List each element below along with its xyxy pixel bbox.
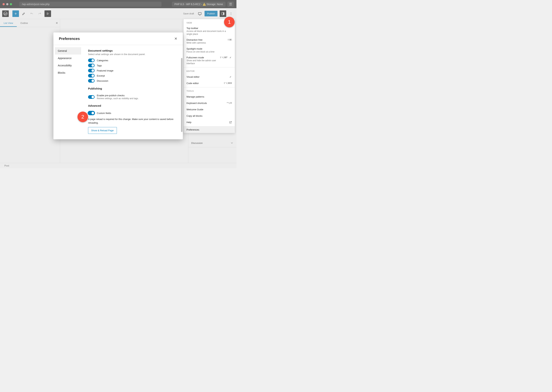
env-badge: PHP 8.3 - WP 6.5-RC2 - ⚠️ Storage: None [172,2,225,7]
svg-point-6 [231,14,231,15]
nav-general[interactable]: General [55,47,81,55]
menu-welcome-guide[interactable]: Welcome Guide [184,106,235,113]
window-minimize-icon[interactable] [6,3,8,5]
nav-appearance[interactable]: Appearance [55,55,81,62]
menu-distraction-free[interactable]: Distraction free Write with calmness ⇧⌘\ [184,37,235,46]
publish-button[interactable]: Publish [204,11,217,16]
svg-rect-3 [223,12,224,15]
section-advanced: Advanced [88,104,177,107]
settings-sidebar-button[interactable] [220,10,226,17]
toggle-prepublish-row: Enable pre-publish checks Review setting… [88,94,177,100]
close-panel-button[interactable]: ✕ [53,21,60,25]
toggle-featured-image-row: Featured image [88,69,177,72]
section-document-desc: Select what settings are shown in the do… [88,53,177,56]
toggle-featured-image[interactable] [88,69,95,72]
menu-keyboard-shortcuts[interactable]: Keyboard shortcuts ^⌥H [184,100,235,106]
add-block-button[interactable] [12,10,19,17]
show-reload-button[interactable]: Show & Reload Page [88,127,117,134]
breadcrumb[interactable]: Post [4,164,9,167]
toggle-custom-fields-row: Custom fields [88,111,177,115]
external-link-icon [229,121,232,124]
toggle-prepublish-checks[interactable] [88,95,95,99]
toggle-tags-row: Tags [88,64,177,67]
preview-button[interactable] [196,10,203,17]
menu-code-editor[interactable]: Code editor ⇧⌥⌘M [184,80,235,86]
chevron-down-icon [230,141,234,145]
modal-close-button[interactable]: ✕ [174,36,177,41]
modal-scrollbar[interactable] [181,58,182,132]
nav-accessibility[interactable]: Accessibility [55,62,81,69]
check-icon: ✓ [229,76,232,78]
toggle-discussion-row: Discussion [88,79,177,83]
toggle-custom-fields[interactable] [88,111,95,115]
options-menu-button[interactable] [228,10,234,17]
section-document-settings: Document settings [88,49,177,52]
menu-visual-editor[interactable]: Visual editor ✓ [184,74,235,80]
check-icon: ✓ [229,56,232,59]
toggle-categories-row: Categories [88,58,177,62]
toggle-tags[interactable] [88,64,95,67]
svg-point-4 [231,12,231,13]
window-close-icon[interactable] [3,3,5,5]
svg-point-5 [231,13,231,14]
toggle-categories[interactable] [88,58,95,62]
toggle-discussion[interactable] [88,79,95,83]
editor-toolbar: Save draft Publish [0,8,237,19]
redo-button[interactable] [36,10,43,17]
menu-preferences[interactable]: Preferences [184,126,235,133]
save-draft-button[interactable]: Save draft [182,12,195,15]
annotation-1: 1 [224,17,235,27]
menu-top-toolbar[interactable]: Top toolbar Access all block and documen… [184,25,235,37]
nav-blocks[interactable]: Blocks [55,69,81,76]
document-overview-panel: List View Outline ✕ [0,19,60,163]
modal-title: Preferences [59,37,80,41]
discussion-panel-label: Discussion [191,142,203,144]
discussion-panel[interactable]: Discussion [188,139,237,147]
tab-outline[interactable]: Outline [17,20,32,27]
window-zoom-icon[interactable] [10,3,12,5]
annotation-2: 2 [77,112,88,122]
undo-button[interactable] [28,10,35,17]
options-dropdown: VIEW Top toolbar Access all block and do… [183,19,235,133]
menu-help[interactable]: Help [184,119,235,126]
custom-fields-note: A page reload is required for this chang… [88,117,177,125]
editor-footer: Post [0,163,237,168]
toggle-excerpt[interactable] [88,74,95,77]
tab-list-view[interactable]: List View [0,20,17,27]
url-bar[interactable]: /wp-admin/post-new.php [19,2,161,7]
section-publishing: Publishing [88,87,177,90]
browser-menu-button[interactable]: ☰ [227,1,234,7]
preferences-modal: Preferences ✕ General Appearance Accessi… [53,32,183,139]
dropdown-section-tools: TOOLS [184,87,235,93]
toggle-excerpt-row: Excerpt [88,74,177,77]
menu-spotlight-mode[interactable]: Spotlight mode Focus on one block at a t… [184,46,235,55]
menu-fullscreen-mode[interactable]: Fullscreen mode Show and hide the admin … [184,55,235,66]
wp-logo-icon[interactable] [2,10,9,17]
modal-content: Document settings Select what settings a… [83,45,183,139]
svg-rect-1 [198,12,202,14]
menu-copy-all-blocks[interactable]: Copy all blocks [184,113,235,119]
dropdown-section-editor: EDITOR [184,67,235,74]
traffic-lights [3,3,12,5]
document-overview-button[interactable] [44,10,51,17]
modal-nav: General Appearance Accessibility Blocks [53,45,83,139]
menu-manage-patterns[interactable]: Manage patterns [184,93,235,100]
edit-mode-button[interactable] [21,10,27,17]
browser-chrome: /wp-admin/post-new.php PHP 8.3 - WP 6.5-… [0,0,237,8]
